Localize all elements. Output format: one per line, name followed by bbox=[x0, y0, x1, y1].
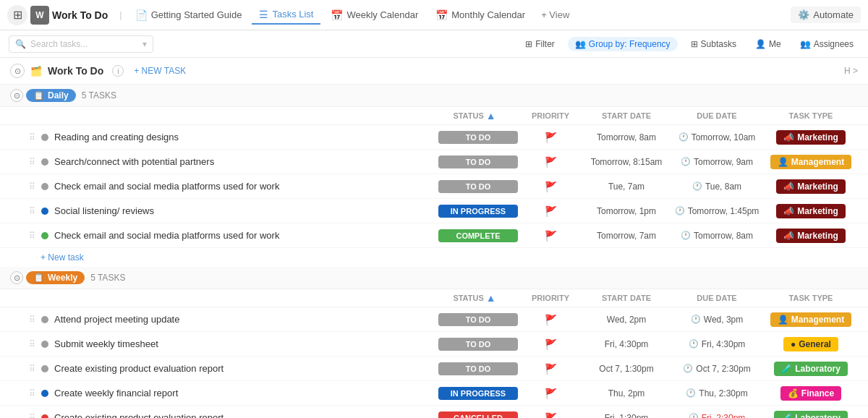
drag-handle[interactable]: ⠿ bbox=[29, 132, 35, 142]
clock-icon: 🕐 bbox=[689, 413, 699, 418]
management-icon: 👤 bbox=[778, 157, 788, 167]
task-status-dot bbox=[41, 232, 48, 239]
subtasks-icon: ⊞ bbox=[691, 39, 698, 49]
drag-handle[interactable]: ⠿ bbox=[29, 339, 35, 349]
weekly-icon: 📋 bbox=[33, 273, 44, 283]
table-row: ⠿ Submit weekly timesheet TO DO 🚩 Fri, 4… bbox=[0, 332, 868, 357]
lab-icon: 🧪 bbox=[781, 413, 792, 419]
priority-cell: 🚩 bbox=[518, 205, 583, 217]
priority-flag: 🚩 bbox=[545, 181, 557, 192]
status-badge[interactable]: TO DO bbox=[438, 338, 518, 351]
table-row: ⠿ Check email and social media platforms… bbox=[0, 223, 868, 248]
weekly-col-headers: STATUS ▲ PRIORITY START DATE DUE DATE TA… bbox=[0, 289, 868, 307]
task-status-dot bbox=[41, 365, 48, 372]
start-date: Wed, 2pm bbox=[583, 315, 670, 325]
task-type-cell: 📣Marketing bbox=[764, 179, 858, 194]
me-button[interactable]: 👤 Me bbox=[749, 37, 787, 51]
start-date: Fri, 4:30pm bbox=[583, 339, 670, 349]
assignees-button[interactable]: 👥 Assignees bbox=[794, 37, 859, 51]
clock-icon: 🕐 bbox=[692, 182, 702, 191]
project-collapse-button[interactable]: ⊙ bbox=[10, 64, 25, 78]
priority-cell: 🚩 bbox=[518, 181, 583, 192]
status-badge[interactable]: TO DO bbox=[438, 131, 518, 144]
finance-icon: 💰 bbox=[788, 388, 799, 398]
group-daily-collapse[interactable]: ⊙ bbox=[10, 89, 23, 102]
project-icon: 🗂️ bbox=[30, 66, 42, 77]
priority-cell: 🚩 bbox=[518, 132, 583, 143]
type-badge: 🧪Laboratory bbox=[774, 362, 848, 376]
table-row: ⠿ Create existing product evaluation rep… bbox=[0, 406, 868, 418]
drag-handle[interactable]: ⠿ bbox=[29, 182, 35, 192]
add-task-daily[interactable]: + New task bbox=[0, 248, 868, 267]
clock-icon: 🕐 bbox=[678, 132, 689, 142]
drag-handle[interactable]: ⠿ bbox=[29, 364, 35, 374]
search-box[interactable]: 🔍 Search tasks... ▾ bbox=[9, 35, 153, 53]
apps-button[interactable]: ⊞ bbox=[7, 5, 27, 25]
lab-icon: 🧪 bbox=[781, 364, 792, 374]
drag-handle[interactable]: ⠿ bbox=[29, 413, 35, 419]
tab-monthly-calendar[interactable]: 📅 Monthly Calendar bbox=[428, 7, 532, 24]
search-dropdown-icon[interactable]: ▾ bbox=[142, 39, 147, 49]
priority-cell: 🚩 bbox=[518, 314, 583, 325]
group-daily: ⊙ 📋 Daily 5 TASKS STATUS ▲ PRIORITY STAR… bbox=[0, 85, 868, 267]
drag-handle[interactable]: ⠿ bbox=[29, 157, 35, 167]
clock-icon: 🕐 bbox=[683, 364, 693, 373]
filter-button[interactable]: ⊞ Filter bbox=[519, 37, 561, 51]
group-daily-header: ⊙ 📋 Daily 5 TASKS bbox=[0, 85, 868, 107]
due-date: 🕐Oct 7, 2:30pm bbox=[670, 364, 764, 374]
due-date: 🕐Fri, 2:30pm bbox=[670, 413, 764, 419]
status-badge[interactable]: IN PROGRESS bbox=[438, 387, 518, 400]
start-date: Fri, 1:30pm bbox=[583, 413, 670, 419]
status-badge[interactable]: TO DO bbox=[438, 180, 518, 193]
group-weekly-badge: 📋 Weekly bbox=[26, 271, 85, 284]
status-badge[interactable]: TO DO bbox=[438, 155, 518, 169]
tab-weekly-calendar[interactable]: 📅 Weekly Calendar bbox=[323, 7, 425, 24]
clock-icon: 🕐 bbox=[689, 339, 699, 349]
group-weekly-collapse[interactable]: ⊙ bbox=[10, 271, 23, 284]
status-sort-icon-weekly[interactable]: ▲ bbox=[486, 292, 496, 304]
task-status-dot bbox=[41, 390, 48, 397]
toolbar: 🔍 Search tasks... ▾ ⊞ Filter 👥 Group by:… bbox=[0, 30, 868, 58]
general-icon: ● bbox=[791, 339, 796, 349]
status-badge[interactable]: IN PROGRESS bbox=[438, 205, 518, 218]
start-date: Tomorrow, 8am bbox=[583, 132, 670, 142]
daily-icon: 📋 bbox=[33, 90, 44, 101]
new-task-button[interactable]: + NEW TASK bbox=[134, 66, 186, 76]
status-badge[interactable]: COMPLETE bbox=[438, 229, 518, 242]
due-date: 🕐Tomorrow, 1:45pm bbox=[670, 206, 764, 216]
status-badge[interactable]: CANCELLED bbox=[438, 411, 518, 419]
type-badge: 👤Management bbox=[770, 155, 851, 169]
assignees-icon: 👥 bbox=[800, 39, 811, 49]
type-badge: 🧪Laboratory bbox=[774, 411, 848, 419]
drag-handle[interactable]: ⠿ bbox=[29, 315, 35, 325]
monthly-calendar-icon: 📅 bbox=[435, 9, 448, 21]
top-nav: ⊞ W Work To Do | 📄 Getting Started Guide… bbox=[0, 0, 868, 30]
due-date: 🕐Tue, 8am bbox=[670, 182, 764, 192]
status-sort-icon[interactable]: ▲ bbox=[486, 110, 496, 121]
doc-icon: 📄 bbox=[135, 9, 148, 21]
tab-getting-started[interactable]: 📄 Getting Started Guide bbox=[128, 7, 250, 24]
task-status-dot bbox=[41, 158, 48, 166]
plus-view-button[interactable]: + View bbox=[535, 7, 575, 23]
status-badge[interactable]: TO DO bbox=[438, 362, 518, 375]
group-icon: 👥 bbox=[575, 39, 586, 49]
drag-handle[interactable]: ⠿ bbox=[29, 206, 35, 216]
marketing-icon: 📣 bbox=[783, 231, 794, 241]
drag-handle[interactable]: ⠿ bbox=[29, 231, 35, 241]
hide-button[interactable]: H > bbox=[844, 66, 858, 76]
subtasks-button[interactable]: ⊞ Subtasks bbox=[685, 37, 742, 51]
priority-flag: 🚩 bbox=[545, 205, 557, 217]
automate-button[interactable]: ⚙️ Automate bbox=[791, 7, 861, 23]
tab-tasks-list[interactable]: ☰ Tasks List bbox=[252, 6, 320, 25]
priority-flag: 🚩 bbox=[545, 230, 557, 242]
start-date: Thu, 2pm bbox=[583, 388, 670, 398]
priority-flag: 🚩 bbox=[545, 388, 557, 399]
table-row: ⠿ Attend project meeting update TO DO 🚩 … bbox=[0, 307, 868, 332]
drag-handle[interactable]: ⠿ bbox=[29, 388, 35, 398]
type-badge: 📣Marketing bbox=[776, 179, 846, 194]
group-by-button[interactable]: 👥 Group by: Frequency bbox=[568, 37, 678, 51]
task-type-cell: 💰Finance bbox=[764, 386, 858, 401]
status-badge[interactable]: TO DO bbox=[438, 313, 518, 326]
start-date: Tomorrow, 8:15am bbox=[583, 157, 670, 167]
priority-cell: 🚩 bbox=[518, 230, 583, 242]
